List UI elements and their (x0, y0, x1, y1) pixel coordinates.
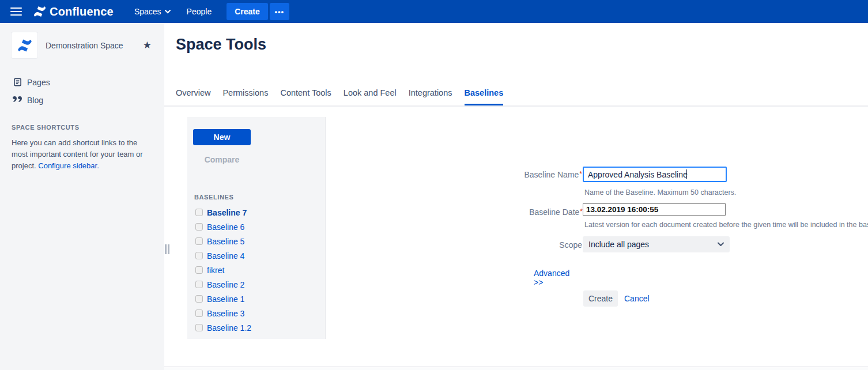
baseline-checkbox[interactable] (195, 266, 203, 274)
required-asterisk: * (579, 170, 582, 178)
form-cancel-link[interactable]: Cancel (624, 294, 650, 303)
tab-permissions[interactable]: Permissions (222, 88, 268, 105)
sidebar-item-pages[interactable]: Pages (0, 73, 164, 91)
configure-sidebar-link[interactable]: Configure sidebar. (38, 161, 99, 170)
create-button[interactable]: Create (227, 3, 268, 20)
baseline-name-input[interactable] (583, 167, 727, 182)
sidebar-item-label: Blog (27, 96, 43, 105)
baseline-link[interactable]: Baseline 7 (207, 208, 247, 217)
footer-divider (164, 367, 868, 370)
blog-quote-icon (13, 96, 22, 105)
sidebar-resize-handle[interactable] (165, 244, 169, 254)
baseline-link[interactable]: Baseline 1 (207, 295, 244, 304)
baseline-checkbox[interactable] (195, 252, 203, 259)
baseline-checkbox[interactable] (195, 281, 203, 288)
compare-button-disabled[interactable]: Compare (193, 153, 251, 167)
confluence-mark-icon (32, 4, 47, 19)
baseline-link[interactable]: Baseline 2 (207, 280, 244, 289)
more-options-button[interactable]: ••• (270, 3, 289, 20)
tab-baselines[interactable]: Baselines (465, 88, 504, 105)
baseline-date-label-text: Baseline Date (529, 207, 579, 217)
baselines-list-header: BASELINES (194, 194, 325, 201)
scope-label-text: Scope (559, 240, 582, 250)
baselines-panel: New Compare BASELINES Baseline 7 Baselin… (187, 117, 326, 339)
baseline-row: Baseline 1.2 (187, 320, 325, 335)
baseline-name-field-wrap (583, 167, 727, 182)
baseline-name-label-text: Baseline Name (524, 170, 579, 179)
nav-people-label: People (187, 7, 212, 16)
baseline-date-input[interactable] (583, 203, 726, 216)
baseline-checkbox[interactable] (195, 237, 203, 245)
baselines-list: Baseline 7 Baseline 6 Baseline 5 Baselin… (187, 205, 325, 335)
tabs-divider (164, 105, 868, 107)
sidebar-item-label: Pages (27, 78, 50, 87)
baseline-row: fikret (187, 263, 325, 277)
nav-people[interactable]: People (179, 0, 220, 23)
baseline-link[interactable]: Baseline 3 (207, 309, 244, 318)
brand-name: Confluence (50, 5, 114, 18)
form-create-button[interactable]: Create (583, 290, 618, 307)
baseline-date-help: Latest version for each document created… (584, 221, 868, 229)
baseline-link[interactable]: Baseline 5 (207, 237, 244, 246)
baseline-row: Baseline 5 (187, 234, 325, 248)
nav-spaces-label: Spaces (134, 7, 161, 16)
space-logo[interactable] (12, 32, 37, 58)
scope-selected-value: Include all pages (588, 240, 718, 249)
favorite-star-icon[interactable]: ★ (143, 40, 152, 50)
sidebar-item-blog[interactable]: Blog (0, 91, 164, 109)
baseline-link[interactable]: Baseline 4 (207, 251, 244, 260)
scope-select[interactable]: Include all pages (583, 236, 730, 252)
tab-content-tools[interactable]: Content Tools (280, 88, 331, 105)
space-shortcuts-header: SPACE SHORTCUTS (12, 124, 164, 131)
tab-integrations[interactable]: Integrations (409, 88, 452, 105)
baseline-row: Baseline 3 (187, 306, 325, 320)
space-sidebar: Demonstration Space ★ Pages Blog SPACE S… (0, 23, 164, 370)
space-header: Demonstration Space ★ (0, 23, 164, 58)
chevron-down-icon (718, 242, 724, 247)
baseline-checkbox[interactable] (195, 309, 203, 317)
hamburger-menu-icon[interactable] (10, 7, 22, 16)
baseline-checkbox[interactable] (195, 209, 203, 216)
new-baseline-button[interactable]: New (193, 129, 251, 145)
tab-overview[interactable]: Overview (176, 88, 210, 105)
page-title: Space Tools (176, 36, 266, 54)
text-cursor (686, 169, 687, 179)
pages-icon (13, 78, 22, 87)
app-header: Confluence Spaces People Create ••• (0, 0, 868, 23)
nav-spaces[interactable]: Spaces (126, 0, 179, 23)
baseline-row: Baseline 1 (187, 292, 325, 306)
baseline-link[interactable]: Baseline 1.2 (207, 323, 251, 333)
confluence-logo[interactable]: Confluence (32, 4, 114, 19)
baseline-row: Baseline 4 (187, 248, 325, 263)
tab-look-and-feel[interactable]: Look and Feel (344, 88, 397, 105)
baseline-link[interactable]: Baseline 6 (207, 222, 244, 232)
baseline-checkbox[interactable] (195, 324, 203, 331)
baseline-row: Baseline 2 (187, 277, 325, 292)
top-navigation: Spaces People (126, 0, 220, 23)
space-name[interactable]: Demonstration Space (46, 41, 143, 50)
space-shortcuts-description: Here you can add shortcut links to the m… (12, 137, 153, 172)
baseline-row: Baseline 7 (187, 205, 325, 220)
sidebar-items: Pages Blog (0, 73, 164, 109)
baseline-date-label: Baseline Date* (514, 207, 583, 217)
baseline-checkbox[interactable] (195, 295, 203, 303)
advanced-toggle-link[interactable]: Advanced >> (534, 269, 569, 287)
scope-label: Scope (513, 240, 582, 250)
chevron-down-icon (165, 10, 171, 14)
confluence-space-icon (16, 37, 33, 54)
baseline-name-help: Name of the Baseline. Maximum 50 charact… (584, 188, 736, 197)
baseline-row: Baseline 6 (187, 220, 325, 234)
main-content: Space Tools Overview Permissions Content… (164, 23, 868, 370)
baseline-checkbox[interactable] (195, 223, 203, 231)
baseline-link[interactable]: fikret (207, 266, 224, 275)
baseline-name-label: Baseline Name* (513, 170, 582, 179)
space-tools-tabs: Overview Permissions Content Tools Look … (176, 88, 503, 105)
